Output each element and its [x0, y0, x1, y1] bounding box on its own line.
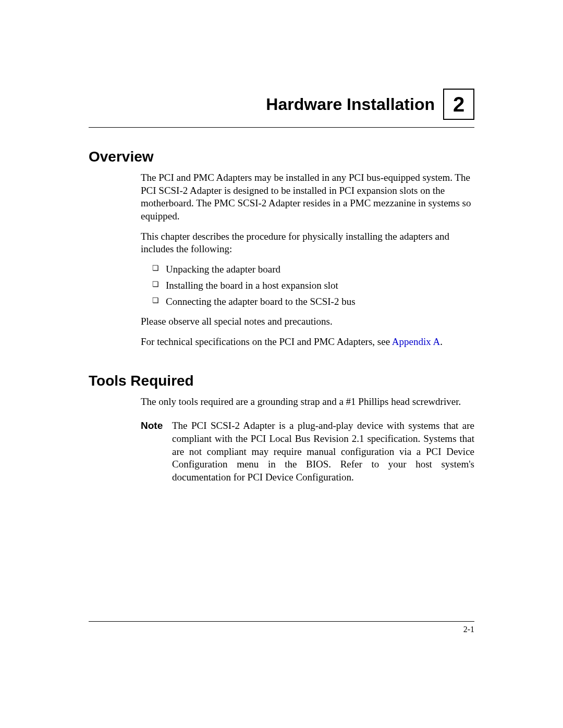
overview-para-4-text-b: . — [440, 336, 443, 347]
list-item: Installing the board in a host expansion… — [152, 279, 474, 292]
page-footer: 2-1 — [89, 621, 474, 634]
note-block: Note The PCI SCSI-2 Adapter is a plug-an… — [141, 419, 474, 484]
overview-para-1: The PCI and PMC Adapters may be installe… — [141, 171, 474, 223]
overview-bullet-list: Unpacking the adapter board Installing t… — [152, 263, 474, 308]
note-text: The PCI SCSI-2 Adapter is a plug-and-pla… — [172, 419, 474, 484]
chapter-title: Hardware Installation — [266, 95, 435, 114]
page-number: 2-1 — [89, 625, 474, 634]
overview-body: The PCI and PMC Adapters may be installe… — [141, 171, 474, 349]
tools-para-1: The only tools required are a grounding … — [141, 396, 474, 409]
overview-para-2: This chapter describes the procedure for… — [141, 230, 474, 256]
section-heading-overview: Overview — [89, 149, 474, 165]
overview-para-4-text-a: For technical specifications on the PCI … — [141, 336, 392, 347]
chapter-header: Hardware Installation 2 — [89, 89, 474, 120]
header-rule — [89, 127, 474, 128]
chapter-number: 2 — [453, 93, 464, 116]
chapter-number-box: 2 — [443, 89, 474, 120]
document-page: Hardware Installation 2 Overview The PCI… — [0, 0, 563, 728]
note-label: Note — [141, 419, 172, 484]
overview-para-3: Please observe all special notes and pre… — [141, 315, 474, 328]
list-item: Unpacking the adapter board — [152, 263, 474, 276]
appendix-link[interactable]: Appendix A — [392, 336, 440, 347]
tools-body: The only tools required are a grounding … — [141, 396, 474, 484]
footer-rule — [89, 621, 474, 622]
overview-para-4: For technical specifications on the PCI … — [141, 336, 474, 349]
section-heading-tools: Tools Required — [89, 373, 474, 389]
list-item: Connecting the adapter board to the SCSI… — [152, 295, 474, 309]
